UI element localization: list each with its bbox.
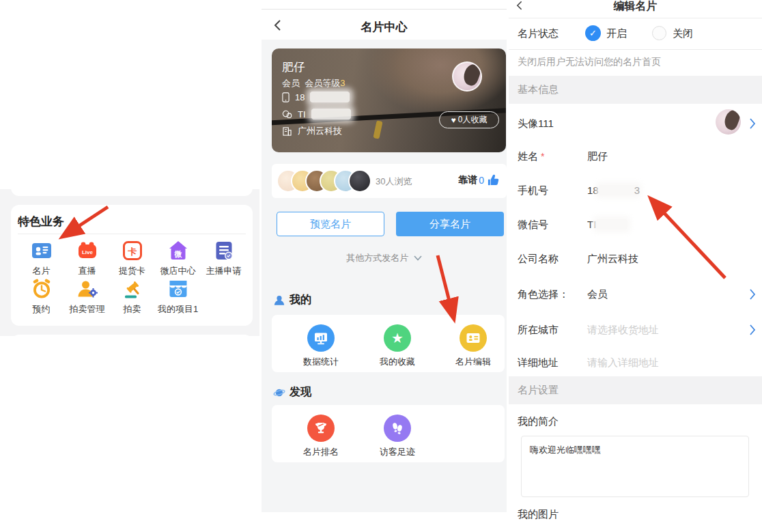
profile-company-row: 广州云科技 [282,125,342,137]
feature-item-anchor-apply[interactable]: 主播申请 [201,240,246,277]
statistics-icon [307,324,335,352]
ranking-trophy-icon [307,415,335,442]
page-title: 编辑名片 [509,0,762,14]
feature-label: 主播申请 [201,265,246,277]
avatar-detail [722,109,741,132]
favorites-button[interactable]: ♥0人收藏 [439,111,499,128]
feature-item-appointment[interactable]: 预约 [18,279,64,316]
chevron-down-icon [414,255,422,261]
heart-icon: ♥ [451,115,456,125]
footprints-icon [384,415,411,442]
profile-card: 肥仔 会员 会员等级3 18 TI 广州云科技 ♥0人收藏 [272,48,506,152]
divider [509,49,762,50]
masked-phone [599,185,638,195]
discover-item-footprints[interactable]: 访客足迹 [367,415,428,458]
divider [509,18,762,18]
feature-label: 拍卖管理 [64,303,110,316]
mine-section-header: 我的 [273,293,311,307]
mine-card: 数据统计 ★ 我的收藏 名片编辑 [272,315,505,372]
featured-services-title: 特色业务 [18,214,64,229]
feature-item-my-project[interactable]: 我的项目1 [155,279,201,316]
feature-label: 我的项目1 [155,303,201,316]
views-row: 30人浏览 靠谱0 [272,164,507,198]
feature-item-auction[interactable]: 拍卖 [109,279,155,316]
radio-on-selected[interactable]: ✓ [585,25,601,41]
feature-item-live[interactable]: Live 直播 [64,240,110,277]
avatar-thumbnail [716,109,741,135]
viewer-avatar [348,169,371,193]
photo-detail [373,121,382,139]
discover-section-header: 发现 [273,385,311,400]
profile-name: 肥仔 [282,59,305,75]
planet-icon [273,387,285,399]
profile-wechat-row: TI [282,108,351,120]
live-tv-icon: Live [77,240,98,261]
edit-card-panel: 编辑名片 名片状态 ✓ 开启 关闭 关闭后用户无法访问您的名片首页 基本信息 头… [509,0,762,532]
person-icon [273,294,285,307]
auction-manage-icon [77,279,98,299]
reliable-rating[interactable]: 靠谱0 [458,173,500,186]
chevron-right-icon [748,324,757,336]
intro-textarea[interactable]: 嗨欢迎光临嘿嘿嘿 [521,436,749,497]
masked-wechat [596,219,627,229]
svg-text:Live: Live [81,249,93,255]
section-card-settings: 名片设置 [509,376,762,404]
feature-item-auction-manage[interactable]: 拍卖管理 [64,279,110,316]
profile-membership: 会员 会员等级3 [282,77,345,89]
masked-phone [310,92,350,102]
feature-label: 微店中心 [155,265,201,277]
favorites-icon: ★ [384,324,411,352]
avatar-detail [461,62,482,87]
chevron-right-icon [748,288,757,300]
mine-item-statistics[interactable]: 数据统计 [290,324,352,368]
pickup-card-icon: 卡 [122,240,143,261]
discover-item-ranking[interactable]: 名片排名 [290,415,352,458]
radio-off[interactable] [652,26,666,40]
feature-label: 拍卖 [109,303,155,316]
card-center-panel: 名片中心 肥仔 会员 会员等级3 18 TI 广州云科技 ♥0人收藏 [262,0,507,532]
anchor-apply-icon [214,240,234,261]
mine-item-favorites[interactable]: ★ 我的收藏 [367,324,428,368]
profile-phone-row: 18 [282,91,350,103]
feature-item-business-card[interactable]: 名片 [18,240,64,277]
feature-item-pickup-card[interactable]: 卡 提货卡 [109,240,155,277]
svg-text:卡: 卡 [127,247,137,257]
section-basic-info: 基本信息 [509,76,762,104]
mine-item-card-edit[interactable]: 名片编辑 [442,324,504,368]
business-card-icon [31,240,52,261]
chevron-right-icon [748,117,757,130]
city-placeholder: 请选择收货地址 [587,324,659,337]
masked-wechat [311,109,351,120]
storefront-icon [168,279,188,299]
featured-services-card: 特色业务 名片 Live 直播 卡 提货卡 微 微店中心 主播申请 预约 拍卖管… [11,205,253,326]
divider [18,234,246,234]
feature-label: 提货卡 [109,265,155,277]
page-title: 名片中心 [262,19,507,35]
feature-label: 名片 [18,265,64,277]
required-mark: * [541,151,544,162]
alarm-clock-icon [31,279,52,299]
discover-card: 名片排名 访客足迹 [272,405,505,462]
card-edit-icon [460,324,487,352]
feature-label: 预约 [18,303,64,316]
company-icon [282,127,292,136]
feature-item-micro-shop[interactable]: 微 微店中心 [155,240,201,277]
phone-icon [282,92,290,102]
share-card-button[interactable]: 分享名片 [396,212,504,236]
gavel-icon [122,279,143,299]
preview-card-button[interactable]: 预览名片 [277,212,384,236]
micro-shop-icon: 微 [168,240,188,261]
wechat-icon [282,110,292,119]
other-share-toggle[interactable]: 其他方式发名片 [262,252,507,264]
avatar[interactable] [452,61,482,92]
divider [262,9,507,10]
address-placeholder: 请输入详细地址 [587,356,659,369]
left-lower-card [11,335,253,369]
left-upper-card [11,102,253,196]
thumbs-up-icon [487,173,500,186]
svg-text:微: 微 [173,250,182,258]
feature-label: 直播 [64,265,110,277]
views-count: 30人浏览 [376,176,412,188]
